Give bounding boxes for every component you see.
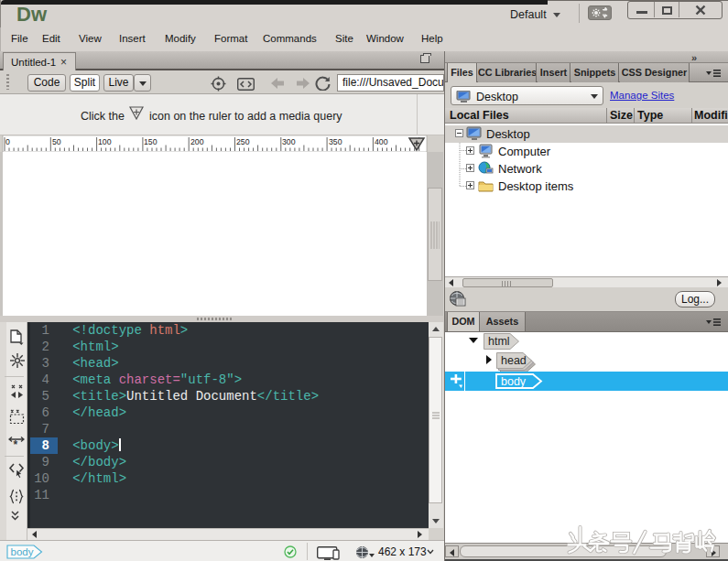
svg-text:head: head <box>501 354 527 367</box>
svg-text:350: 350 <box>329 137 342 146</box>
svg-text:0: 0 <box>5 137 10 146</box>
svg-text:body: body <box>501 375 527 388</box>
svg-text:50: 50 <box>52 137 61 146</box>
svg-text:*: * <box>14 438 18 448</box>
svg-text:150: 150 <box>144 137 158 146</box>
svg-text:200: 200 <box>190 137 204 146</box>
svg-text:html: html <box>488 335 510 348</box>
svg-text:300: 300 <box>282 137 296 146</box>
svg-text:100: 100 <box>98 137 112 146</box>
svg-text:250: 250 <box>236 137 250 146</box>
svg-text:400: 400 <box>375 137 388 146</box>
svg-text:body: body <box>11 546 34 557</box>
